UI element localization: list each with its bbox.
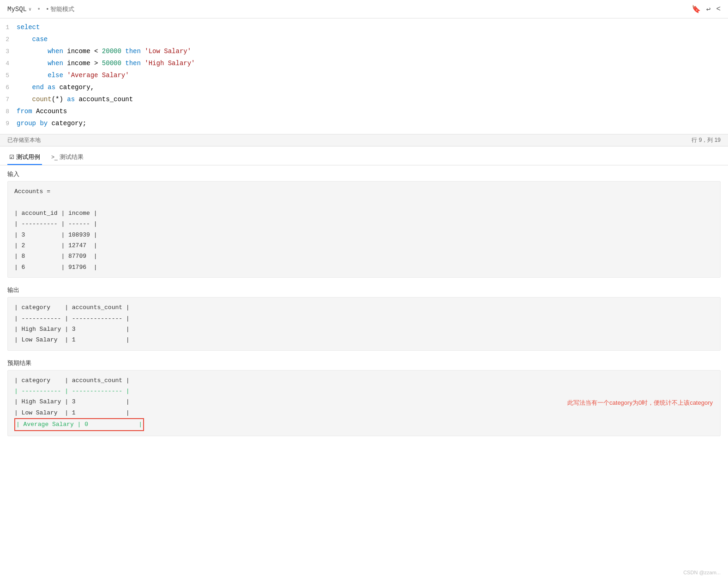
line-number: 4 — [0, 59, 17, 69]
tabs-bar: ☑ 测试用例 >_ 测试结果 — [0, 146, 728, 165]
token-str: 'High Salary' — [144, 60, 195, 67]
chevron-down-icon: ∨ — [29, 6, 31, 12]
line-content: from Accounts — [17, 106, 728, 117]
token-kw2: then — [125, 48, 141, 55]
db-label: MySQL — [7, 6, 27, 13]
token-plain: category; — [48, 120, 86, 127]
token-kw: else — [48, 72, 63, 79]
expected-section: 预期结果 | category | accounts_count | | ---… — [0, 354, 728, 440]
tab-test-cases-label: 测试用例 — [16, 153, 40, 161]
output-section: 输出 | category | accounts_count | | -----… — [0, 281, 728, 354]
code-editor[interactable]: 1select2 case3 when income < 20000 then … — [0, 18, 728, 134]
expected-highlighted-row: | Average Salary | 0 | — [14, 418, 144, 431]
toolbar-right: 🔖 ↩ < — [692, 5, 721, 14]
token-plain — [44, 84, 48, 91]
token-str: 'Low Salary' — [144, 48, 191, 55]
line-content: select — [17, 22, 728, 33]
output-content: | category | accounts_count | | --------… — [14, 302, 714, 346]
line-number: 5 — [0, 71, 17, 81]
expected-line5: | Average Salary | 0 | — [16, 419, 142, 430]
line-content: count(*) as accounts_count — [17, 94, 728, 105]
code-line: 8from Accounts — [0, 106, 728, 118]
token-plain: (*) — [52, 96, 63, 103]
toolbar-separator: • — [37, 6, 41, 13]
line-content: else 'Average Salary' — [17, 70, 728, 81]
code-line: 1select — [0, 22, 728, 34]
toolbar: MySQL ∨ • • 智能模式 🔖 ↩ < — [0, 0, 728, 18]
undo-icon[interactable]: ↩ — [706, 5, 711, 14]
line-number: 2 — [0, 35, 17, 45]
token-plain: income < — [63, 48, 102, 55]
input-data-box: Accounts = | account_id | income | | ---… — [7, 181, 721, 278]
token-plain — [63, 96, 67, 103]
cursor-position: 行 9，列 19 — [692, 136, 721, 144]
token-plain — [17, 36, 32, 43]
token-plain — [17, 72, 48, 79]
token-num: 50000 — [102, 60, 121, 67]
expected-line1: | category | accounts_count | — [14, 375, 714, 386]
token-num: 20000 — [102, 48, 121, 55]
token-plain — [121, 48, 125, 55]
toolbar-mode: • 智能模式 — [46, 5, 74, 13]
token-kw: as — [67, 96, 75, 103]
expected-note: 此写法当有一个category为0时，便统计不上该category — [567, 397, 713, 408]
bottom-panel: ☑ 测试用例 >_ 测试结果 输入 Accounts = | account_i… — [0, 146, 728, 440]
token-plain — [121, 60, 125, 67]
token-kw2: then — [125, 60, 141, 67]
input-section: 输入 Accounts = | account_id | income | | … — [0, 165, 728, 281]
expected-line2: | ----------- | -------------- | — [14, 386, 714, 396]
code-line: 6 end as category, — [0, 82, 728, 94]
token-fn: count — [32, 96, 52, 103]
line-number: 3 — [0, 47, 17, 57]
token-kw2: when — [48, 48, 63, 55]
token-plain: income > — [63, 60, 102, 67]
toolbar-left: MySQL ∨ • • 智能模式 — [7, 5, 74, 13]
output-data-box: | category | accounts_count | | --------… — [7, 297, 721, 351]
token-str: 'Average Salary' — [67, 72, 129, 79]
watermark: CSDN @zzam... — [683, 570, 721, 575]
token-kw2: case — [32, 36, 48, 43]
input-content: Accounts = | account_id | income | | ---… — [14, 186, 714, 273]
token-plain — [17, 84, 32, 91]
tab-test-cases[interactable]: ☑ 测试用例 — [7, 150, 42, 165]
code-line: 5 else 'Average Salary' — [0, 70, 728, 82]
expected-label: 预期结果 — [7, 359, 721, 367]
code-line: 3 when income < 20000 then 'Low Salary' — [0, 46, 728, 58]
token-plain — [17, 60, 48, 67]
token-kw: end — [32, 84, 44, 91]
db-selector[interactable]: MySQL ∨ — [7, 6, 31, 13]
line-content: when income > 50000 then 'High Salary' — [17, 58, 728, 69]
line-number: 1 — [0, 23, 17, 33]
line-content: case — [17, 34, 728, 45]
code-line: 4 when income > 50000 then 'High Salary' — [0, 58, 728, 70]
line-content: group by category; — [17, 118, 728, 129]
more-icon[interactable]: < — [716, 5, 721, 13]
expected-data-box: | category | accounts_count | | --------… — [7, 370, 721, 436]
token-plain: Accounts — [32, 108, 67, 115]
output-label: 输出 — [7, 286, 721, 294]
input-label: 输入 — [7, 170, 721, 178]
token-plain — [63, 72, 67, 79]
token-kw: group by — [17, 120, 48, 127]
token-kw: select — [17, 24, 40, 31]
code-line: 9group by category; — [0, 118, 728, 130]
token-plain: accounts_count — [75, 96, 133, 103]
code-line: 7 count(*) as accounts_count — [0, 94, 728, 106]
checkbox-icon: ☑ — [9, 154, 14, 160]
line-number: 9 — [0, 119, 17, 129]
statusbar: 已存储至本地 行 9，列 19 — [0, 134, 728, 146]
bookmark-icon[interactable]: 🔖 — [692, 5, 701, 14]
line-number: 7 — [0, 95, 17, 105]
token-kw: from — [17, 108, 32, 115]
token-plain — [17, 48, 48, 55]
line-number: 8 — [0, 107, 17, 117]
tab-test-results[interactable]: >_ 测试结果 — [49, 150, 85, 165]
token-kw: as — [48, 84, 55, 91]
terminal-icon: >_ — [51, 154, 58, 160]
line-number: 6 — [0, 83, 17, 93]
code-line: 2 case — [0, 34, 728, 46]
token-plain: category, — [55, 84, 94, 91]
token-plain — [17, 96, 32, 103]
saved-status: 已存储至本地 — [7, 136, 41, 144]
tab-test-results-label: 测试结果 — [60, 153, 84, 161]
